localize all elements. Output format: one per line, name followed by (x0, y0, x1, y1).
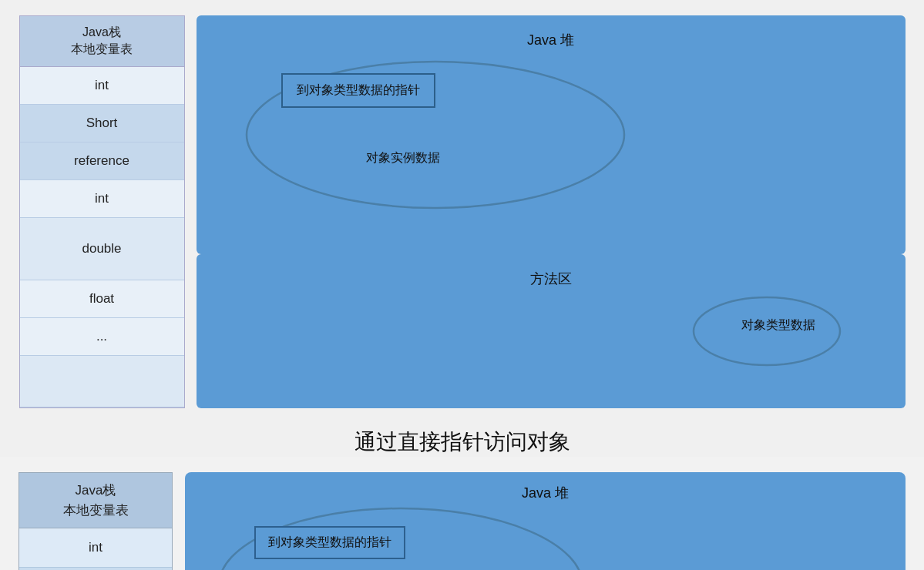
heap-title: Java 堆 (220, 31, 882, 49)
method-section: 方法区 对象类型数据 (197, 254, 906, 408)
stack-panel: Java栈 本地变量表 int Short reference int doub… (19, 15, 185, 408)
bottom-title: 通过直接指针访问对象 (19, 428, 906, 457)
diagram-panel: Java 堆 到对象类型数据的指针 对象实例数据 方法区 (185, 15, 906, 408)
heap-box: Java 堆 到对象类型数据的指针 对象实例数据 (185, 472, 906, 570)
stack-item-short: Short (20, 105, 184, 142)
stack-item-int1: int (20, 67, 184, 105)
rhs: Java 堆 到对象类型数据的指针 对象实例数据 方法区 对象类型数据 (185, 472, 906, 570)
stack-item-int2: int (20, 180, 184, 218)
heap-section: Java 堆 到对象类型数据的指针 对象实例数据 (197, 15, 906, 254)
main-content: Java栈 本地变量表 int Short reference int doub… (19, 15, 906, 408)
page-row: Java栈本地变量表 int Short reference int doubl… (18, 472, 906, 570)
bottom-title-wrap: 通过直接指针访问对象 (19, 408, 906, 457)
lv-row-int1: int (19, 528, 172, 568)
method-ellipse-label: 对象类型数据 (741, 317, 815, 334)
lv-table: Java栈本地变量表 int Short reference int doubl… (18, 472, 173, 570)
stack-item-empty (20, 356, 184, 407)
stack-item-ellipsis: ... (20, 318, 184, 356)
page-root: Java栈本地变量表 int Short reference int doubl… (0, 457, 924, 570)
instance-label: 对象实例数据 (366, 150, 440, 166)
pointer-box: 到对象类型数据的指针 (281, 73, 435, 108)
ptr-box: 到对象类型数据的指针 (254, 526, 405, 559)
stack-item-reference: reference (20, 142, 184, 180)
heap-title: Java 堆 (204, 484, 886, 502)
method-title: 方法区 (220, 270, 882, 288)
stack-item-double: double (20, 218, 184, 280)
lv-table-header: Java栈本地变量表 (19, 473, 172, 528)
stack-item-float: float (20, 280, 184, 318)
pointer-box-label: 到对象类型数据的指针 (297, 83, 420, 96)
diagram-wrapper: Java 堆 到对象类型数据的指针 对象实例数据 方法区 (197, 15, 906, 408)
stack-header: Java栈 本地变量表 (20, 16, 184, 67)
